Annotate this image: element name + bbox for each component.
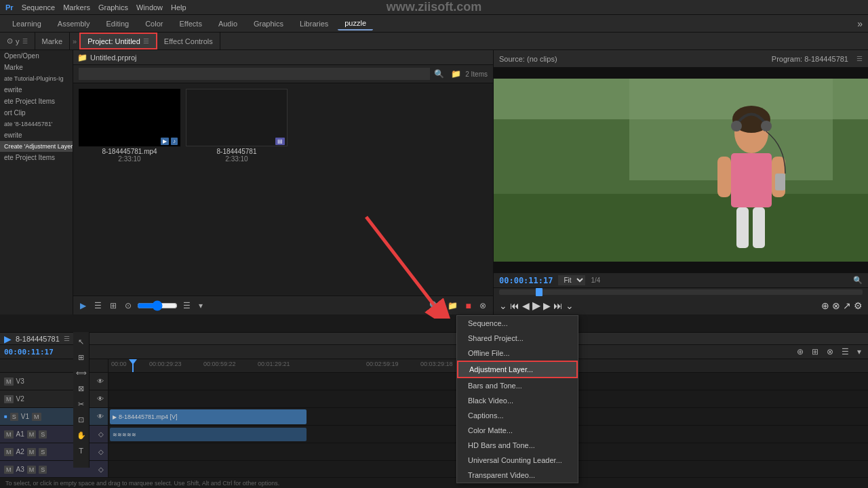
razor-tool[interactable]: ✂: [75, 397, 88, 411]
tab-graphics[interactable]: Graphics: [247, 18, 290, 30]
step-frame-back-btn[interactable]: ◀: [522, 300, 530, 311]
hand-tool[interactable]: ✋: [75, 428, 88, 442]
ripple-tool[interactable]: ⟺: [75, 366, 88, 380]
search-icon[interactable]: 🔍: [434, 69, 444, 79]
sidebar-item-open[interactable]: Open/Open: [0, 50, 73, 62]
list-view-btn[interactable]: ▶: [77, 300, 89, 312]
tab-libraries[interactable]: Libraries: [293, 18, 335, 30]
freeform-view-btn[interactable]: ⊞: [107, 300, 119, 312]
video-clip-v1[interactable]: ▶ 8-184445781.mp4 [V]: [110, 409, 307, 424]
overwrite-btn[interactable]: ⊗: [832, 300, 840, 311]
track-v1-toggle[interactable]: M: [32, 413, 41, 421]
track-a3-mute[interactable]: M: [27, 466, 37, 474]
workspace-more-icon[interactable]: »: [857, 18, 863, 29]
sidebar-item-ate[interactable]: ate '8-184445781': [0, 119, 73, 129]
tab-learning[interactable]: Learning: [5, 18, 48, 30]
filter-btn[interactable]: ▾: [196, 300, 205, 312]
timeline-playhead[interactable]: [132, 359, 134, 372]
slip-tool[interactable]: ⊡: [75, 413, 88, 426]
track-a1-toggle[interactable]: M: [4, 430, 14, 439]
menu-help[interactable]: Help: [171, 3, 186, 12]
clear-btn[interactable]: ⊗: [477, 300, 489, 312]
sidebar-item-tutorial[interactable]: ate Tutorial-Plugins-Ig: [0, 73, 73, 84]
menu-hd-bars[interactable]: HD Bars and Tone...: [457, 438, 578, 453]
effect-controls-tab[interactable]: Effect Controls: [157, 33, 220, 49]
track-a2-mute[interactable]: M: [27, 448, 37, 456]
find-btn[interactable]: 🔍: [427, 300, 442, 312]
play-stop-btn[interactable]: ▶: [532, 299, 540, 312]
track-select-tool[interactable]: ⊞: [75, 350, 88, 364]
project-item-video[interactable]: ▶ ♪ 8-184445781.mp4 2:33:10: [79, 89, 180, 163]
insert-btn[interactable]: ⊕: [821, 300, 829, 311]
step-frame-fwd-btn[interactable]: ▶: [543, 300, 551, 311]
export-btn[interactable]: ↗: [843, 300, 851, 311]
step-fwd-btn[interactable]: ⏭: [553, 300, 563, 311]
menu-markers[interactable]: Markers: [63, 3, 90, 12]
track-v2-toggle[interactable]: M: [4, 395, 14, 403]
tab-color[interactable]: Color: [138, 18, 170, 30]
menu-captions[interactable]: Captions...: [457, 408, 578, 423]
zoom-slider[interactable]: [137, 300, 178, 311]
track-a1-solo[interactable]: S: [39, 430, 47, 439]
automate-btn[interactable]: ☰: [180, 300, 193, 312]
menu-graphics[interactable]: Graphics: [98, 3, 128, 12]
selection-tool[interactable]: ↖: [75, 335, 88, 348]
tab-audio[interactable]: Audio: [212, 18, 244, 30]
menu-offline-file[interactable]: Offline File...: [457, 346, 578, 361]
tab-effects[interactable]: Effects: [172, 18, 208, 30]
track-a3-keyframe[interactable]: ◇: [98, 466, 104, 473]
sidebar-item-ewrite1[interactable]: ewrite: [0, 84, 73, 96]
timeline-settings-btn[interactable]: ▾: [854, 346, 864, 358]
fit-dropdown[interactable]: Fit: [558, 275, 585, 285]
insert-edit-btn[interactable]: ⊗: [824, 346, 836, 358]
track-a3-solo[interactable]: S: [39, 466, 47, 474]
menu-black-video[interactable]: Black Video...: [457, 393, 578, 408]
step-back-btn[interactable]: ⏮: [510, 300, 519, 311]
mark-in-btn[interactable]: ⌄: [499, 300, 507, 311]
track-v3-visibility[interactable]: 👁: [97, 378, 104, 385]
audio-clip-a1[interactable]: ≋≋≋≋≋: [110, 428, 307, 441]
menu-sequence[interactable]: Sequence: [22, 3, 56, 12]
sidebar-item-ewrite2[interactable]: ewrite: [0, 129, 73, 141]
timeline-tools-btn[interactable]: ☰: [839, 346, 852, 358]
project-tab[interactable]: Project: Untitled ☰: [79, 33, 157, 49]
new-item-btn[interactable]: ■: [463, 299, 474, 312]
markers-tab[interactable]: Marke: [35, 33, 71, 49]
track-a2-solo[interactable]: S: [39, 448, 47, 456]
track-v3-toggle[interactable]: M: [4, 378, 14, 386]
sidebar-item-delete-project1[interactable]: ete Project Items: [0, 96, 73, 107]
snap-btn[interactable]: ⊞: [809, 346, 821, 358]
track-a2-keyframe[interactable]: ◇: [98, 448, 104, 455]
menu-transparent-video[interactable]: Transparent Video...: [457, 468, 578, 483]
menu-sequence[interactable]: Sequence...: [457, 316, 578, 331]
track-v2-visibility[interactable]: 👁: [97, 395, 104, 403]
mark-out-btn[interactable]: ⌄: [566, 300, 574, 311]
tab-editing[interactable]: Editing: [100, 18, 136, 30]
track-a1-keyframe[interactable]: ◇: [98, 430, 104, 438]
new-folder-icon[interactable]: 📁: [451, 69, 461, 79]
menu-adjustment-layer[interactable]: Adjustment Layer...: [457, 361, 578, 378]
track-a2-toggle[interactable]: M: [4, 448, 14, 456]
menu-shared-project[interactable]: Shared Project...: [457, 331, 578, 346]
add-track-btn[interactable]: ⊕: [794, 346, 806, 358]
sidebar-item-ort-clip[interactable]: ort Clip: [0, 107, 73, 119]
sidebar-item-create-adjustment[interactable]: Create 'Adjustment Layer': [0, 141, 73, 152]
menu-counting-leader[interactable]: Universal Counting Leader...: [457, 453, 578, 468]
settings-btn[interactable]: ⚙: [854, 300, 863, 311]
playhead-marker[interactable]: [536, 288, 542, 296]
search-input[interactable]: [79, 68, 430, 80]
menu-bars-tone[interactable]: Bars and Tone...: [457, 378, 578, 393]
icon-view-btn[interactable]: ☰: [92, 300, 104, 312]
track-a1-mute[interactable]: M: [27, 430, 37, 439]
text-tool[interactable]: T: [75, 444, 88, 458]
tab-assembly[interactable]: Assembly: [51, 18, 97, 30]
sidebar-item-marke[interactable]: Marke: [0, 62, 73, 73]
project-item-sequence[interactable]: ▤ 8-184445781 2:33:10: [186, 89, 288, 163]
history-tab[interactable]: ⊙ y ☰: [0, 33, 35, 49]
menu-color-matte[interactable]: Color Matte...: [457, 423, 578, 438]
play-icon[interactable]: ▶: [4, 333, 12, 344]
track-a3-toggle[interactable]: M: [4, 466, 14, 474]
sidebar-item-delete-project2[interactable]: ete Project Items: [0, 152, 73, 163]
menu-window[interactable]: Window: [136, 3, 163, 12]
sort-btn[interactable]: ⊙: [122, 300, 134, 312]
